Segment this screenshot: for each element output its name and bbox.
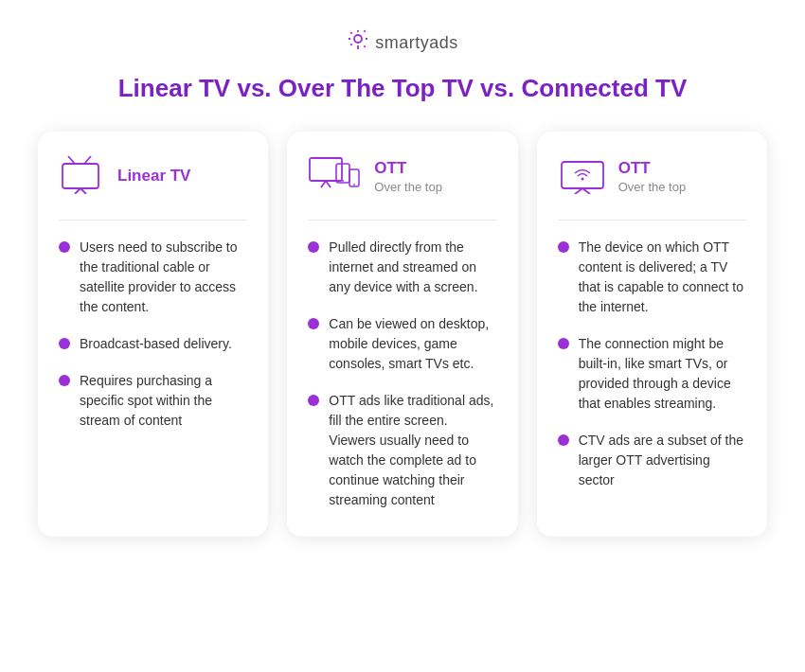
bullet-text: Requires purchasing a specific spot with… [80, 371, 247, 431]
list-item: The connection might be built-in, like s… [558, 334, 746, 414]
svg-line-10 [68, 156, 75, 164]
card-header-ctv: OTTOver the top [558, 154, 746, 199]
card-icon-ott [308, 154, 363, 199]
card-icon-linear [59, 154, 106, 199]
svg-point-24 [581, 178, 583, 181]
card-title-block-ctv: OTTOver the top [618, 159, 687, 194]
list-item: Users need to subscribe to the tradition… [59, 238, 247, 317]
svg-line-3 [350, 32, 351, 33]
list-item: Requires purchasing a specific spot with… [59, 371, 247, 431]
bullet-dot [308, 395, 319, 406]
bullet-text: OTT ads like traditional ads, fill the e… [329, 391, 496, 510]
svg-line-16 [326, 181, 331, 187]
svg-line-4 [365, 45, 366, 46]
bullet-dot [59, 338, 70, 349]
card-title-block-linear: Linear TV [117, 167, 190, 186]
bullet-dot [308, 318, 319, 329]
list-item: OTT ads like traditional ads, fill the e… [308, 391, 496, 510]
card-divider-ott [308, 220, 496, 221]
svg-line-8 [365, 30, 366, 31]
svg-rect-14 [310, 158, 342, 181]
svg-rect-21 [562, 162, 603, 188]
svg-line-7 [350, 44, 351, 44]
bullet-dot [558, 241, 569, 253]
card-subtitle-ott: Over the top [374, 180, 442, 194]
svg-rect-9 [63, 164, 98, 188]
svg-line-15 [321, 181, 326, 187]
list-item: The device on which OTT content is deliv… [558, 238, 746, 317]
list-item: Can be viewed on desktop, mobile devices… [308, 314, 496, 374]
svg-line-11 [84, 156, 91, 164]
page-title: Linear TV vs. Over The Top TV vs. Connec… [118, 74, 688, 103]
card-divider-linear [59, 220, 247, 221]
bullet-text: The connection might be built-in, like s… [579, 334, 746, 414]
list-item: Broadcast-based delivery. [59, 334, 247, 354]
card-title-ott: OTT [374, 159, 442, 178]
card-header-linear: Linear TV [59, 154, 247, 199]
bullet-text: CTV ads are a subset of the larger OTT a… [579, 431, 746, 490]
card-subtitle-ctv: Over the top [618, 180, 687, 194]
bullet-dot [59, 375, 70, 386]
card-divider-ctv [558, 220, 746, 221]
cards-container: Linear TVUsers need to subscribe to the … [38, 132, 767, 537]
bullet-text: Can be viewed on desktop, mobile devices… [329, 314, 496, 374]
svg-point-18 [342, 180, 344, 182]
bullet-text: Broadcast-based delivery. [80, 334, 232, 354]
bullet-text: Pulled directly from the internet and st… [329, 238, 496, 297]
bullet-list-ctv: The device on which OTT content is deliv… [558, 238, 746, 490]
svg-point-0 [354, 35, 362, 43]
list-item: CTV ads are a subset of the larger OTT a… [558, 431, 746, 490]
bullet-list-linear: Users need to subscribe to the tradition… [59, 238, 247, 431]
logo: smartyads [347, 28, 458, 57]
bullet-text: Users need to subscribe to the tradition… [80, 238, 247, 317]
bullet-dot [59, 241, 70, 253]
bullet-list-ott: Pulled directly from the internet and st… [308, 238, 496, 510]
svg-point-20 [353, 184, 355, 186]
logo-icon [347, 28, 369, 57]
bullet-dot [308, 241, 319, 253]
card-header-ott: OTTOver the top [308, 154, 496, 199]
card-title-linear: Linear TV [117, 167, 190, 186]
card-ott: OTTOver the topPulled directly from the … [287, 132, 517, 537]
bullet-text: The device on which OTT content is deliv… [579, 238, 746, 317]
list-item: Pulled directly from the internet and st… [308, 238, 496, 297]
card-icon-ctv [558, 154, 607, 199]
card-title-ctv: OTT [618, 159, 687, 178]
logo-text: smartyads [375, 33, 458, 53]
card-ctv: OTTOver the topThe device on which OTT c… [537, 132, 767, 537]
card-linear: Linear TVUsers need to subscribe to the … [38, 132, 268, 537]
bullet-dot [558, 434, 569, 446]
card-title-block-ott: OTTOver the top [374, 159, 442, 194]
bullet-dot [558, 338, 569, 349]
